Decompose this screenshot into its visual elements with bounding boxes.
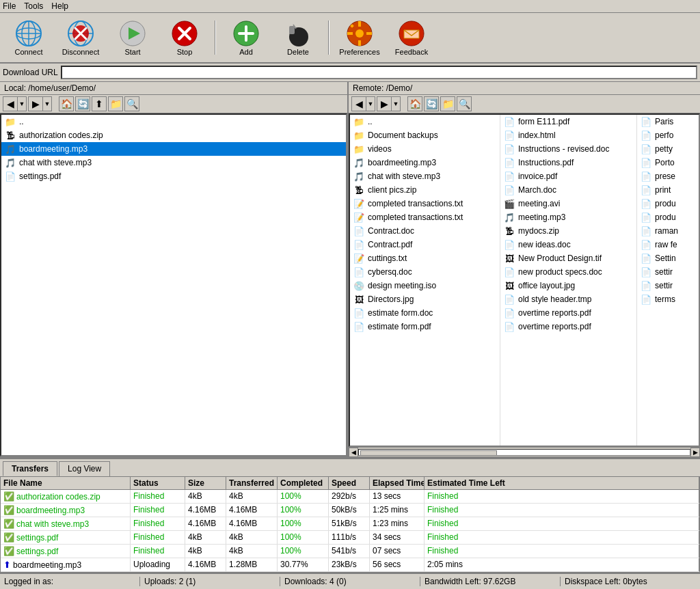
local-forward-button[interactable]: ▶ <box>28 96 43 111</box>
transfer-completed: 100% <box>278 545 329 558</box>
url-input[interactable] <box>61 66 697 79</box>
remote-file-item[interactable]: 🎬meeting.avi <box>500 197 636 210</box>
remote-file-item[interactable]: 📄estimate form.pdf <box>350 320 500 333</box>
remote-file-item[interactable]: 🖼Directors.jpg <box>350 292 500 306</box>
remote-file-item[interactable]: 📄petty <box>637 142 699 156</box>
remote-file-item[interactable]: 🖼office layout.jpg <box>500 279 636 292</box>
remote-file-item[interactable]: 📄estimate form.doc <box>350 306 500 320</box>
remote-file-item[interactable]: 📄raman <box>637 224 699 238</box>
scroll-left-button[interactable]: ◀ <box>349 448 358 457</box>
local-file-parent[interactable]: 📁 .. <box>1 115 346 128</box>
menu-tools[interactable]: Tools <box>24 1 43 11</box>
local-forward-dropdown[interactable]: ▼ <box>42 96 52 111</box>
tab-transfers[interactable]: Transfers <box>3 461 57 476</box>
remote-back-button[interactable]: ◀ <box>351 96 366 111</box>
remote-file-item[interactable]: 📄produ <box>637 210 699 224</box>
transfer-elapsed: 07 secs <box>370 545 425 558</box>
remote-file-item[interactable]: 📄settir <box>637 279 699 292</box>
local-up-button[interactable]: ⬆ <box>92 96 107 111</box>
remote-file-item[interactable]: 📄form E111.pdf <box>500 115 636 128</box>
local-back-dropdown[interactable]: ▼ <box>17 96 27 111</box>
transfer-row[interactable]: ⬆ boardmeeting.mp3 Uploading 4.16MB 1.28… <box>1 558 699 572</box>
remote-file-item[interactable]: 📄overtime reports.pdf <box>500 306 636 320</box>
remote-file-item[interactable]: 📁.. <box>350 115 500 128</box>
local-file-item-selected[interactable]: 🎵 boardmeeting.mp3 <box>1 142 346 156</box>
menu-help[interactable]: Help <box>51 1 68 11</box>
stop-button[interactable]: Stop <box>160 16 209 59</box>
remote-file-item[interactable]: 📄settir <box>637 265 699 279</box>
local-search-button[interactable]: 🔍 <box>124 96 139 111</box>
connect-button[interactable]: Connect <box>4 16 53 59</box>
transfer-size: 4kB <box>185 490 226 503</box>
transfer-row[interactable]: ✅ settings.pdf Finished 4kB 4kB 100% 111… <box>1 531 699 545</box>
remote-file-item[interactable]: 📄old style header.tmp <box>500 292 636 306</box>
remote-back-dropdown[interactable]: ▼ <box>366 96 375 111</box>
remote-search-button[interactable]: 🔍 <box>457 96 472 111</box>
remote-file-item[interactable]: 🎵chat with steve.mp3 <box>350 169 500 183</box>
menu-file[interactable]: File <box>3 1 16 11</box>
remote-file-item[interactable]: 📄terms <box>637 292 699 306</box>
remote-forward-button[interactable]: ▶ <box>377 96 392 111</box>
remote-file-item[interactable]: 📄overtime reports.pdf <box>500 320 636 333</box>
remote-create-folder-button[interactable]: 📁 <box>440 96 455 111</box>
local-create-folder-button[interactable]: 📁 <box>108 96 123 111</box>
folder-up-icon: 📁 <box>4 115 16 128</box>
feedback-button[interactable]: Feedback <box>387 16 436 59</box>
remote-file-item[interactable]: 📄produ <box>637 197 699 210</box>
remote-file-item[interactable]: 📄new ideas.doc <box>500 238 636 251</box>
transfer-estleft: 2:05 mins <box>425 558 699 571</box>
local-home-button[interactable]: 🏠 <box>59 96 74 111</box>
remote-file-item[interactable]: 🎵boardmeeting.mp3 <box>350 156 500 169</box>
remote-file-item[interactable]: 📄Paris <box>637 115 699 128</box>
transfer-row[interactable]: ✅ settings.pdf Finished 4kB 4kB 100% 541… <box>1 545 699 558</box>
local-back-button[interactable]: ◀ <box>3 96 18 111</box>
remote-file-item[interactable]: 📁Document backups <box>350 128 500 142</box>
transfer-row[interactable]: ✅ chat with steve.mp3 Finished 4.16MB 4.… <box>1 517 699 531</box>
local-file-item[interactable]: 🎵 chat with steve.mp3 <box>1 156 346 169</box>
remote-file-item[interactable]: 📝completed transactions.txt <box>350 197 500 210</box>
transfer-transferred: 4.16MB <box>226 504 278 517</box>
remote-file-item[interactable]: 📄Contract.doc <box>350 224 500 238</box>
remote-file-item[interactable]: 📄cybersq.doc <box>350 265 500 279</box>
remote-file-item[interactable]: 🎵meeting.mp3 <box>500 210 636 224</box>
remote-file-item[interactable]: 📄print <box>637 183 699 197</box>
transfer-row[interactable]: ✅ authorization codes.zip Finished 4kB 4… <box>1 490 699 504</box>
remote-file-item[interactable]: 📄perfo <box>637 128 699 142</box>
download-status-icon: ✅ <box>3 546 14 556</box>
remote-file-item[interactable]: 📄Instructions - revised.doc <box>500 142 636 156</box>
local-file-item[interactable]: 📄 settings.pdf <box>1 169 346 183</box>
remote-file-item[interactable]: 🗜mydocs.zip <box>500 224 636 238</box>
remote-file-item[interactable]: 📝completed transactions.txt <box>350 210 500 224</box>
add-button[interactable]: Add <box>221 16 271 59</box>
remote-file-item[interactable]: 📄Porto <box>637 156 699 169</box>
remote-file-item[interactable]: 📄Settin <box>637 251 699 265</box>
remote-file-item[interactable]: 📄prese <box>637 169 699 183</box>
remote-home-button[interactable]: 🏠 <box>407 96 422 111</box>
header-elapsed: Elapsed Time <box>370 477 425 489</box>
transfer-row[interactable]: ✅ boardmeeting.mp3 Finished 4.16MB 4.16M… <box>1 504 699 517</box>
remote-file-item[interactable]: 💿design meeting.iso <box>350 279 500 292</box>
remote-file-item[interactable]: 🗜client pics.zip <box>350 183 500 197</box>
local-file-item[interactable]: 🗜 authorization codes.zip <box>1 128 346 142</box>
remote-horizontal-scrollbar[interactable]: ◀ ▶ <box>349 447 700 456</box>
remote-file-item[interactable]: 🖼New Product Design.tif <box>500 251 636 265</box>
remote-file-item[interactable]: 📄new product specs.doc <box>500 265 636 279</box>
preferences-button[interactable]: Preferences <box>335 16 384 59</box>
tab-logview[interactable]: Log View <box>59 461 110 476</box>
remote-file-item[interactable]: 📄March.doc <box>500 183 636 197</box>
remote-reload-button[interactable]: 🔄 <box>424 96 439 111</box>
remote-file-item[interactable]: 📄Instructions.pdf <box>500 156 636 169</box>
disconnect-button[interactable]: Disconnect <box>56 16 105 59</box>
local-reload-button[interactable]: 🔄 <box>75 96 90 111</box>
remote-file-item[interactable]: 📄Contract.pdf <box>350 238 500 251</box>
remote-file-item[interactable]: 📄index.html <box>500 128 636 142</box>
remote-forward-dropdown[interactable]: ▼ <box>391 96 401 111</box>
remote-file-item[interactable]: 📄invoice.pdf <box>500 169 636 183</box>
remote-file-item[interactable]: 📁videos <box>350 142 500 156</box>
delete-button[interactable]: Delete <box>273 16 323 59</box>
scroll-right-button[interactable]: ▶ <box>690 448 700 457</box>
start-button[interactable]: Start <box>108 16 157 59</box>
remote-file-item[interactable]: 📝cuttings.txt <box>350 251 500 265</box>
remote-file-item[interactable]: 📄raw fe <box>637 238 699 251</box>
statusbar-diskspace: Diskspace Left: 0bytes <box>561 577 700 586</box>
